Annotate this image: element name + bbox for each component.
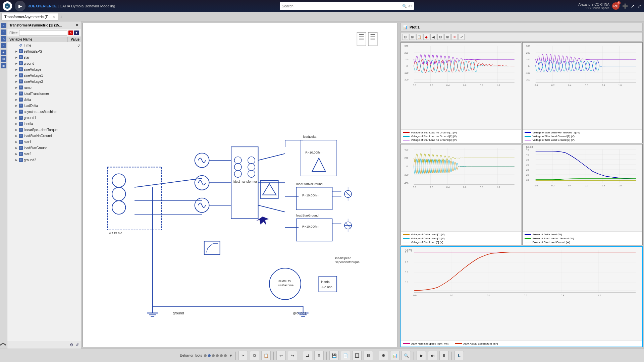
tree-item[interactable]: ▶ ① loadStarGround xyxy=(7,145,81,151)
tool-sim-pause[interactable]: ⏸ xyxy=(439,351,449,360)
expand-icon[interactable]: ⤢ xyxy=(637,3,641,9)
svg-text:0.6: 0.6 xyxy=(585,184,588,187)
tool-display[interactable]: 🖥 xyxy=(364,351,373,360)
dot-3[interactable] xyxy=(212,354,215,357)
tab-transformer[interactable]: TransformerAsymmetric (E... ✕ xyxy=(1,13,58,20)
side-icons-panel: ≡ □ ◇ ≡ ⊕ ▤ ☰ ❮ xyxy=(0,21,7,349)
dot-1[interactable] xyxy=(204,354,207,357)
plot-tool-minus[interactable]: ⊟ xyxy=(437,34,443,40)
plot-1[interactable]: 300 200 100 0 -100 -200 xyxy=(400,42,521,143)
dot-5[interactable] xyxy=(220,354,223,357)
tree-item[interactable]: ▶ ① star2 xyxy=(7,151,81,157)
tool-save[interactable]: 💾 xyxy=(329,351,339,360)
plot-2[interactable]: 300 200 100 0 -100 -200 xyxy=(522,42,643,143)
tree-item[interactable]: ▶ ① sineVoltage2 xyxy=(7,78,81,84)
dot-6[interactable] xyxy=(224,354,227,357)
svg-text:-200: -200 xyxy=(404,174,409,176)
tab-close[interactable]: ✕ xyxy=(53,15,55,18)
tree-item[interactable]: ▶ ① inertia xyxy=(7,121,81,127)
bottom-toolbar: Behavior Tools ▼ ✂ ⧉ 📋 ↩ ↪ ⇄ ⬆ 💾 📄 🔲 🖥 ⚙… xyxy=(0,349,644,362)
plot-tool-back[interactable]: ◀ xyxy=(430,34,436,40)
svg-text:-100: -100 xyxy=(404,72,409,74)
collapse-arrow[interactable]: ❮ xyxy=(0,342,7,346)
svg-text:0.0: 0.0 xyxy=(413,84,416,86)
side-icon-6[interactable]: ▤ xyxy=(1,56,6,62)
svg-text:loadStarNoGround: loadStarNoGround xyxy=(296,182,322,186)
tool-settings[interactable]: ⚙ xyxy=(379,351,388,360)
filter-options[interactable]: ▼ xyxy=(74,31,79,35)
filter-label: Filter: xyxy=(9,31,18,35)
diagram-canvas[interactable]: V:115.6V idealTransformer xyxy=(83,23,398,347)
plot-3[interactable]: 400 200 0 -200 -400 0.0 0.2 0.4 0.6 xyxy=(400,144,521,245)
svg-text:0: 0 xyxy=(407,65,408,67)
tool-sim-end[interactable]: ⏭ xyxy=(428,351,437,360)
plot-tool-red[interactable]: ◆ xyxy=(423,34,429,40)
tree-item[interactable]: ▶ ① loadDelta xyxy=(7,103,81,109)
dot-2[interactable] xyxy=(208,354,211,357)
tool-lib[interactable]: L xyxy=(454,351,464,360)
side-icon-4[interactable]: ≡ xyxy=(1,43,6,48)
tool-search[interactable]: 🔍 xyxy=(401,351,411,360)
search-input[interactable] xyxy=(282,4,401,8)
tool-undo[interactable]: ↩ xyxy=(276,351,286,360)
tool-plot[interactable]: 📊 xyxy=(390,351,399,360)
tree-item[interactable]: ▶ ① idealTransformer xyxy=(7,90,81,97)
plot-canvas-2: 300 200 100 0 -100 -200 xyxy=(523,43,643,129)
tree-item[interactable]: ▶ ① settingsEPS xyxy=(7,48,81,54)
plot-tool-1[interactable]: ⊟ xyxy=(402,34,408,40)
side-icon-5[interactable]: ⊕ xyxy=(1,50,6,55)
tree-item[interactable]: ▶ ① star1 xyxy=(7,139,81,145)
dots-expand[interactable]: ▼ xyxy=(229,353,233,358)
svg-text:0.2: 0.2 xyxy=(551,184,554,187)
footer-icon-2[interactable]: ↺ xyxy=(75,343,79,347)
filter-clear[interactable]: ✕ xyxy=(68,31,73,35)
plot-canvas-3: 400 200 0 -200 -400 0.0 0.2 0.4 0.6 xyxy=(401,144,521,231)
dot-4[interactable] xyxy=(216,354,219,357)
tree-item[interactable]: ▶ ① ground2 xyxy=(7,157,81,163)
plot-tool-x[interactable]: ✕ xyxy=(451,34,458,40)
tree-item[interactable]: ▶ ① sineVoltage1 xyxy=(7,72,81,78)
tool-new[interactable]: 📄 xyxy=(341,351,350,360)
footer-icon-1[interactable]: ⚙ xyxy=(70,343,73,347)
tool-import[interactable]: ⇄ xyxy=(303,351,312,360)
side-icon-7[interactable]: ☰ xyxy=(1,63,6,68)
tree-item[interactable]: ▶ ① linearSpe...dentTorque xyxy=(7,127,81,133)
plot-tool-expand[interactable]: ⤢ xyxy=(459,34,465,40)
tool-sim[interactable]: ▶ xyxy=(417,351,426,360)
svg-text:0.8: 0.8 xyxy=(561,294,564,297)
side-icon-3[interactable]: ◇ xyxy=(1,36,6,42)
plot-tool-2[interactable]: ⊞ xyxy=(409,34,415,40)
tool-export[interactable]: ⬆ xyxy=(314,351,324,360)
plot-tool-3[interactable]: 📋 xyxy=(416,34,422,40)
plot-4[interactable]: [x1.E3] 45 40 xyxy=(522,144,643,245)
tree-item[interactable]: ▶ ① ramp xyxy=(7,84,81,90)
add-tab-button[interactable]: + xyxy=(60,14,62,19)
search-bar[interactable]: 🔍 🏷 xyxy=(280,2,414,10)
tree-item[interactable]: ▶ ① sineVoltage xyxy=(7,66,81,72)
tool-paste[interactable]: 📋 xyxy=(261,351,271,360)
plot-tool-plus[interactable]: ⊞ xyxy=(444,34,450,40)
tool-copy[interactable]: ⧉ xyxy=(250,351,259,360)
user-avatar[interactable]: RC 1 xyxy=(612,2,620,10)
tool-cut[interactable]: ✂ xyxy=(238,351,248,360)
panel-close[interactable]: ✕ xyxy=(75,23,79,27)
svg-text:200: 200 xyxy=(526,52,530,54)
tree-item[interactable]: ▶ ① delta xyxy=(7,97,81,103)
tool-screen[interactable]: 🔲 xyxy=(352,351,362,360)
play-button[interactable]: ▶ xyxy=(15,1,25,11)
share-icon[interactable]: ↗ xyxy=(631,3,635,9)
tree-item[interactable]: ▶ ① ground xyxy=(7,60,81,66)
tree-item[interactable]: ⏱ Time 0 xyxy=(7,42,81,48)
tree-item[interactable]: ▶ ① asynchro...usMachine xyxy=(7,109,81,115)
plot-5[interactable]: [x1.E3] 1.5 1.0 0.5 0. xyxy=(400,246,643,347)
expand-arrow: ▶ xyxy=(15,116,19,119)
svg-text:200: 200 xyxy=(405,52,409,54)
side-icon-2[interactable]: □ xyxy=(1,29,6,35)
tool-redo[interactable]: ↪ xyxy=(288,351,297,360)
filter-input[interactable] xyxy=(19,30,67,36)
tree-item[interactable]: ▶ ① star xyxy=(7,54,81,60)
side-icon-1[interactable]: ≡ xyxy=(1,23,6,28)
add-icon[interactable]: ➕ xyxy=(622,3,628,9)
tree-item[interactable]: ▶ ① ground1 xyxy=(7,115,81,121)
tree-item[interactable]: ▶ ① loadStarNoGround xyxy=(7,133,81,139)
